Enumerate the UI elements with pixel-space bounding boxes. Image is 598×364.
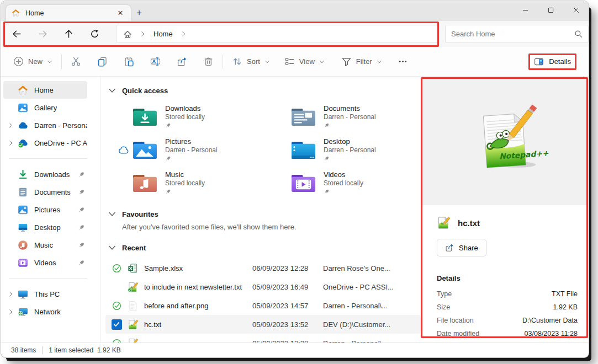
sidebar-divider: [9, 278, 87, 279]
recent-row-clipped[interactable]: … 05/09/2023 13:28 Darren - Personal\...: [105, 334, 421, 342]
home-icon: [18, 85, 28, 95]
sidebar-item-home[interactable]: Home: [3, 81, 87, 99]
close-button[interactable]: [563, 1, 589, 19]
tile-documents[interactable]: Documents Darren - Personal: [274, 100, 421, 133]
file-date: 06/09/2023 12:28: [252, 264, 323, 272]
file-location: Darren Rose's One...: [323, 264, 418, 272]
chevron-down-icon: [319, 59, 325, 65]
recent-row-hc-txt-selected[interactable]: hc.txt 05/09/2023 13:52 DEV (D:)\Custome…: [105, 315, 421, 334]
sidebar-item-onedrive-pc[interactable]: OneDrive - PC ASSI: [3, 134, 87, 152]
tile-name: Videos: [324, 170, 363, 179]
search-input[interactable]: [451, 30, 574, 38]
sidebar-item-videos[interactable]: Videos: [3, 254, 87, 271]
delete-icon[interactable]: [203, 56, 214, 67]
tile-desktop[interactable]: Desktop Darren - Personal: [274, 133, 421, 167]
cut-icon[interactable]: [71, 56, 81, 67]
selected-file-name: hc.txt: [458, 218, 480, 228]
tile-downloads[interactable]: Downloads Stored locally: [115, 100, 274, 133]
pin-icon: [78, 206, 85, 213]
tile-subtitle: Darren - Personal: [165, 146, 218, 154]
sidebar-item-network[interactable]: Network: [3, 303, 87, 320]
copy-icon[interactable]: [97, 56, 108, 67]
refresh-icon[interactable]: [90, 29, 99, 39]
detail-label: Date modified: [437, 330, 479, 338]
rename-icon[interactable]: [150, 56, 161, 67]
navigation-pane: Home Gallery Darren - Personal OneDrive …: [1, 77, 101, 342]
share-icon[interactable]: [177, 56, 187, 67]
minimize-button[interactable]: [512, 1, 538, 19]
more-options-icon[interactable]: [398, 56, 408, 67]
sidebar-item-downloads[interactable]: Downloads: [3, 165, 87, 183]
sidebar-item-darren-personal[interactable]: Darren - Personal: [3, 116, 87, 134]
screenshot-stage: Home ✕ ＋ Home: [0, 0, 598, 364]
breadcrumb[interactable]: Home: [116, 25, 439, 43]
notepad-file-icon: [128, 338, 138, 343]
chevron-down-icon: [47, 59, 52, 65]
file-location: DEV (D:)\Customer...: [323, 320, 418, 329]
tile-videos[interactable]: Videos Stored locally: [274, 167, 421, 200]
breadcrumb-home-label[interactable]: Home: [154, 30, 173, 38]
chevron-down-icon[interactable]: [108, 86, 117, 95]
share-button[interactable]: Share: [437, 239, 486, 256]
sidebar-item-this-pc[interactable]: This PC: [3, 285, 87, 303]
new-tab-button[interactable]: ＋: [131, 5, 147, 21]
section-recent[interactable]: Recent: [105, 241, 421, 254]
search-icon[interactable]: [574, 30, 583, 38]
new-button[interactable]: New: [13, 56, 52, 67]
search-box[interactable]: [445, 25, 589, 43]
home-tab-icon: [12, 9, 20, 17]
tile-pictures[interactable]: Pictures Darren - Personal: [115, 133, 274, 167]
chevron-right-icon[interactable]: [8, 309, 14, 315]
section-quick-access[interactable]: Quick access: [105, 84, 421, 97]
back-icon[interactable]: [12, 29, 22, 39]
recent-row-newsletter-txt[interactable]: to include in next newsletter.txt 05/09/…: [105, 277, 421, 296]
breadcrumb-home-icon[interactable]: [123, 30, 132, 39]
tile-name: Desktop: [324, 137, 376, 146]
tab-home[interactable]: Home ✕: [6, 5, 131, 21]
up-icon[interactable]: [64, 29, 73, 39]
pin-icon: [78, 224, 85, 231]
file-date: 05/09/2023 16:49: [252, 283, 323, 291]
chevron-right-icon[interactable]: [8, 291, 14, 297]
view-icon: [284, 56, 295, 67]
sidebar-item-music[interactable]: Music: [3, 236, 87, 254]
share-label: Share: [459, 244, 478, 252]
forward-icon[interactable]: [38, 29, 47, 39]
recent-row-sample-xlsx[interactable]: Sample.xlsx 06/09/2023 12:28 Darren Rose…: [105, 259, 421, 277]
section-favourites[interactable]: Favourites: [105, 207, 421, 221]
notepad-file-icon: [128, 282, 138, 292]
quick-access-grid: Downloads Stored locally Documents Darre…: [115, 100, 421, 200]
tab-close-icon[interactable]: ✕: [115, 8, 125, 18]
sidebar-item-desktop[interactable]: Desktop: [3, 218, 87, 236]
file-name: to include in next newsletter.txt: [144, 283, 252, 291]
network-icon: [18, 307, 28, 317]
chevron-right-icon[interactable]: [8, 122, 14, 129]
details-label: Details: [549, 57, 571, 66]
details-pane-toggle-button[interactable]: Details: [534, 57, 571, 67]
sidebar-item-gallery[interactable]: Gallery: [3, 99, 87, 116]
chevron-down-icon: [377, 59, 382, 65]
tile-music[interactable]: Music Stored locally: [115, 167, 274, 200]
recent-row-before-after-png[interactable]: before and after.png 05/09/2023 14:57 Da…: [105, 296, 421, 315]
detail-row-file-location: File location D:\Customer Data: [437, 317, 578, 324]
chevron-down-icon[interactable]: [108, 243, 117, 252]
file-location: Darren - Personal\...: [323, 302, 418, 310]
selected-checkbox[interactable]: [112, 319, 122, 330]
sidebar-item-pictures[interactable]: Pictures: [3, 201, 87, 218]
filter-icon: [341, 56, 352, 67]
view-button[interactable]: View: [284, 56, 325, 67]
paste-icon[interactable]: [124, 56, 134, 67]
sidebar-divider: [9, 158, 87, 159]
chevron-right-icon[interactable]: [8, 140, 14, 146]
chevron-down-icon[interactable]: [108, 210, 117, 218]
sidebar-item-documents[interactable]: Documents: [3, 183, 87, 201]
file-name: before and after.png: [144, 302, 252, 310]
selected-file-header: hc.txt: [437, 216, 578, 229]
status-bar: 38 items 1 item selected 1.92 KB: [1, 342, 589, 357]
notepad-file-icon: [128, 319, 138, 330]
chevron-right-icon: [140, 31, 146, 37]
sort-button[interactable]: Sort: [232, 56, 270, 67]
maximize-button[interactable]: [538, 1, 563, 19]
file-preview-area: Notepad++: [422, 79, 586, 205]
filter-button[interactable]: Filter: [341, 56, 382, 67]
